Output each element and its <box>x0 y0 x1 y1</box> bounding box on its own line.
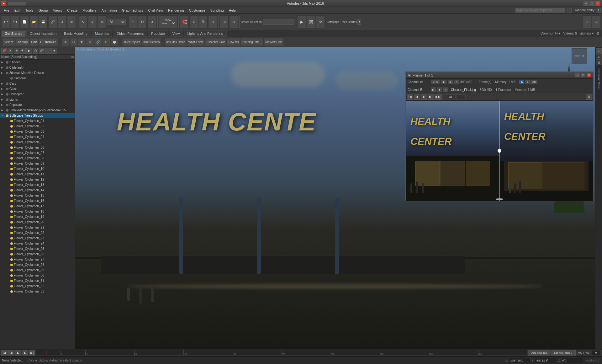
question-icon[interactable]: ? <box>596 8 601 13</box>
timeline-track[interactable]: 0 25 50 100 150 200 250 300 350 400 <box>36 350 527 356</box>
tree-item[interactable]: Flower_Cyclamen_26 <box>0 251 75 257</box>
reference-dropdown[interactable]: View <box>160 22 176 25</box>
channel-b-play[interactable]: ▶ <box>431 87 436 92</box>
undo-button[interactable]: ↩ <box>1 15 10 29</box>
fp-frame-input[interactable] <box>446 94 456 99</box>
tree-item[interactable]: Flower_Cyclamen_10 <box>0 166 75 171</box>
hide-btn[interactable]: 👁 <box>78 38 86 46</box>
tree-item[interactable]: Flower_Cyclamen_32 <box>0 283 75 289</box>
angle-snap[interactable]: ∠ <box>189 15 198 29</box>
create-selection-input[interactable] <box>263 19 294 25</box>
filter-dropdown[interactable]: All <box>107 19 126 25</box>
render-settings[interactable]: ⚙ <box>316 15 325 29</box>
fp-settings[interactable]: ⚙ <box>586 94 592 100</box>
tree-item[interactable]: Flower_Cyclamen_09 <box>0 161 75 166</box>
tree-item[interactable]: ▶0 (default) <box>0 65 75 70</box>
menu-customize[interactable]: Customize <box>187 8 208 13</box>
view-cube[interactable]: FRONT <box>572 48 587 64</box>
tab-get-started[interactable]: Get Started <box>1 30 26 37</box>
tree-item[interactable]: ▼Softscape Trees Shrubs <box>0 113 75 118</box>
percent-snap[interactable]: % <box>199 15 208 29</box>
scene-explorer[interactable]: ☰ <box>592 15 601 29</box>
tree-item[interactable]: Flower_Cyclamen_12 <box>0 177 75 182</box>
select-tool[interactable]: ↖ <box>79 15 87 29</box>
sidebar-pin[interactable]: 📌 <box>1 48 7 54</box>
xref-objects-btn[interactable]: XRef Objects <box>122 38 141 46</box>
tree-item[interactable]: Flower_Cyclamen_06 <box>0 145 75 150</box>
hierarchy-panel-btn[interactable]: ⊞ <box>596 60 602 65</box>
coord-x-input[interactable] <box>509 358 531 363</box>
tree-item[interactable]: Flower_Cyclamen_31 <box>0 278 75 283</box>
whats-new-btn[interactable]: What's New <box>187 38 205 46</box>
freeze-btn[interactable]: ❄ <box>62 38 69 46</box>
spinner-snap[interactable]: ⊙ <box>208 15 217 29</box>
create-panel-btn[interactable]: + <box>596 48 602 54</box>
learning-path-btn[interactable]: Learning Path... <box>240 38 263 46</box>
tab-materials[interactable]: Materials <box>92 30 113 37</box>
tree-item[interactable]: Flower_Cyclamen_28 <box>0 262 75 267</box>
menu-scripting[interactable]: Scripting <box>208 8 226 13</box>
fp-divider-handle[interactable] <box>498 149 501 153</box>
tree-item[interactable]: Flower_Cyclamen_01 <box>0 118 75 124</box>
fp-prev[interactable]: ◀ <box>414 94 420 100</box>
tab-populate[interactable]: Populate <box>148 30 168 37</box>
tree-item[interactable]: Flower_Cyclamen_18 <box>0 209 75 214</box>
sidebar-close[interactable]: ✕ <box>8 48 13 54</box>
tree-item[interactable]: Flower_Cyclamen_14 <box>0 187 75 193</box>
tl-prev-key[interactable]: ◀ <box>8 350 14 356</box>
channel-a-stop[interactable]: ■ <box>448 80 453 84</box>
snap-toggle[interactable]: 🧲 <box>180 15 189 29</box>
close-button[interactable]: ✕ <box>595 1 601 6</box>
channel-b-stop[interactable]: ■ <box>437 87 442 92</box>
fp-maximize[interactable]: □ <box>581 73 586 77</box>
tree-item[interactable]: Flower_Cyclamen_03 <box>0 129 75 134</box>
channel-a-vfb-btn[interactable]: VFB <box>431 80 440 84</box>
align-tool[interactable]: ⊟ <box>229 15 238 29</box>
tree-item[interactable]: Flower_Cyclamen_24 <box>0 241 75 246</box>
tree-item[interactable]: Flower_Cyclamen_20 <box>0 219 75 225</box>
menu-animation[interactable]: Animation <box>99 8 119 13</box>
select-scale[interactable]: ⊿ <box>147 15 156 29</box>
community-label[interactable]: Community ▾ <box>541 31 561 35</box>
tree-item[interactable]: Flower_Cyclamen_16 <box>0 198 75 203</box>
channel-b-close[interactable]: ✕ <box>443 87 448 92</box>
tree-item[interactable]: Flower_Cyclamen_21 <box>0 225 75 230</box>
menu-edit[interactable]: Edit <box>12 8 23 13</box>
display-mode-btn[interactable]: Display <box>15 38 29 46</box>
channel-a-play[interactable]: ▶ <box>441 80 446 84</box>
fp-next[interactable]: ▶| <box>428 94 434 100</box>
3dsmax-help-btn[interactable]: 3ds Max Help <box>264 38 283 46</box>
frame-number-input[interactable] <box>591 350 601 355</box>
tab-object-placement[interactable]: Object Placement <box>113 30 147 37</box>
bind-btn[interactable]: ⬤ <box>111 38 118 46</box>
sidebar-filter[interactable]: ▼ <box>51 48 57 54</box>
sidebar-freeze[interactable]: ❄ <box>14 48 19 54</box>
tree-item[interactable]: ▶*Hidden <box>0 60 75 65</box>
mirror-tool[interactable]: ⊞ <box>220 15 229 29</box>
view-btn[interactable]: View View <box>159 15 177 29</box>
sidebar-hide[interactable]: ⬡ <box>33 48 38 54</box>
tab-view[interactable]: View <box>169 30 183 37</box>
set-key-filters-btn[interactable]: Set Key Filters... <box>551 350 576 356</box>
menu-group[interactable]: Group <box>36 8 50 13</box>
tree-item[interactable]: Flower_Cyclamen_33 <box>0 289 75 294</box>
tl-prev-frame[interactable]: |◀ <box>1 350 8 356</box>
channel-a-close[interactable]: ✕ <box>454 80 459 84</box>
tree-item[interactable]: Flower_Cyclamen_19 <box>0 214 75 219</box>
modify-panel-btn[interactable]: ≡ <box>596 54 602 60</box>
menu-views[interactable]: Views <box>50 8 65 13</box>
menu-graph-editors[interactable]: Graph Editors <box>119 8 146 13</box>
fp-minimize[interactable]: – <box>575 73 580 77</box>
edit-mode-btn[interactable]: Edit <box>30 38 38 46</box>
tree-item[interactable]: ▶Populate <box>0 102 75 108</box>
import-button[interactable]: ⬇ <box>58 15 66 29</box>
add-time-tag-btn[interactable]: Add Time Tag <box>528 350 550 356</box>
tree-item[interactable]: Flower_Cyclamen_02 <box>0 124 75 129</box>
how-tos-btn[interactable]: How-tos <box>227 38 240 46</box>
tab-settings-btn[interactable]: ⚙ <box>594 31 601 36</box>
quick-access-toolbar[interactable] <box>8 1 26 6</box>
redo-button[interactable]: ↪ <box>11 15 19 29</box>
menu-help[interactable]: Help <box>226 8 239 13</box>
tree-item[interactable]: Flower_Cyclamen_11 <box>0 171 75 177</box>
menu-tools[interactable]: Tools <box>23 8 36 13</box>
